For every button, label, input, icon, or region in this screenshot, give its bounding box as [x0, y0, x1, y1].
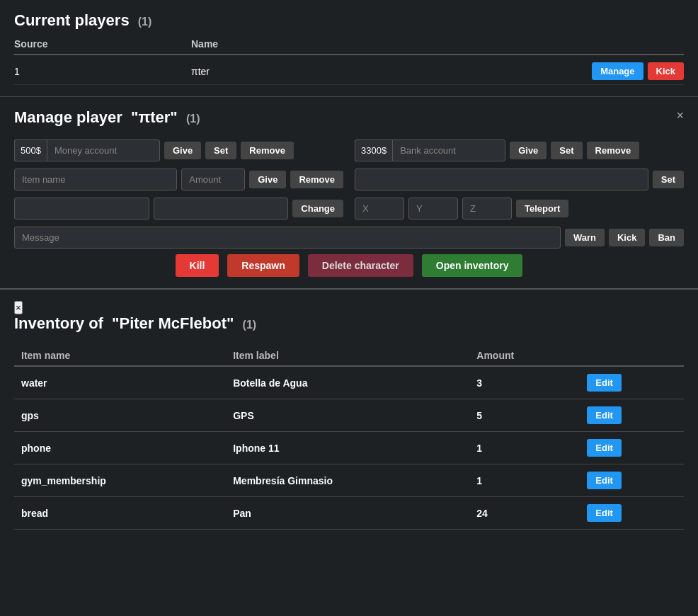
respawn-button[interactable]: Respawn	[227, 254, 299, 277]
header-amount: Amount	[469, 346, 580, 366]
warn-button[interactable]: Warn	[565, 229, 605, 246]
inventory-item-actions-0: Edit	[580, 366, 684, 399]
teleport-z-input[interactable]	[462, 198, 512, 219]
manage-player-section: × Manage player "πter" (1) 500$ Give Set…	[0, 97, 698, 290]
inventory-row: bread Pan 24 Edit	[14, 497, 684, 530]
bank-account-input[interactable]	[392, 139, 505, 161]
table-row: 1 πter Manage Kick	[14, 58, 684, 85]
inventory-row: gym_membership Membresía Gimnasio 1 Edit	[14, 464, 684, 497]
inventory-edit-button-1[interactable]: Edit	[587, 406, 622, 424]
inventory-header-row: Item name Item label Amount	[14, 346, 684, 366]
kick-button-manage[interactable]: Kick	[609, 229, 645, 246]
inventory-item-amount-4: 24	[469, 497, 580, 530]
inventory-table: Item name Item label Amount water Botell…	[14, 346, 684, 530]
header-item-name: Item name	[14, 346, 226, 366]
inventory-item-label-4: Pan	[226, 497, 469, 530]
inventory-item-actions-2: Edit	[580, 432, 684, 464]
current-players-count: (1)	[138, 16, 152, 28]
inventory-item-name-2: phone	[14, 432, 226, 464]
action-buttons-row: Kill Respawn Delete character Open inven…	[14, 254, 684, 277]
bank-set-button[interactable]: Set	[551, 142, 582, 159]
inventory-item-name-0: water	[14, 366, 226, 399]
ban-button[interactable]: Ban	[649, 229, 684, 246]
bank-input-group: 3300$	[355, 139, 505, 161]
teleport-y-input[interactable]	[408, 198, 458, 219]
inventory-item-label-0: Botella de Agua	[226, 366, 469, 399]
players-table: Source Name 1 πter Manage Kick	[14, 38, 684, 85]
inventory-row: phone Iphone 11 1 Edit	[14, 432, 684, 464]
inventory-row: water Botella de Agua 3 Edit	[14, 366, 684, 399]
item-row: Give Remove	[14, 169, 343, 190]
inventory-item-name-3: gym_membership	[14, 464, 226, 497]
current-players-title-text: Current players	[14, 11, 130, 29]
inventory-item-amount-0: 3	[469, 366, 580, 399]
bank-account-row: 3300$ Give Set Remove	[355, 139, 684, 161]
inventory-edit-button-3[interactable]: Edit	[587, 472, 622, 489]
inventory-item-actions-1: Edit	[580, 399, 684, 432]
inventory-edit-button-4[interactable]: Edit	[587, 504, 622, 522]
manage-player-title: Manage player "πter" (1)	[14, 108, 684, 127]
inventory-section: × Inventory of "Piter McFlebot" (1) Item…	[0, 290, 698, 541]
table-header: Source Name	[14, 38, 684, 55]
inventory-close-button[interactable]: ×	[14, 301, 23, 314]
kill-button[interactable]: Kill	[176, 254, 219, 277]
inventory-edit-button-2[interactable]: Edit	[587, 439, 622, 457]
money-account-input[interactable]	[47, 139, 160, 161]
open-inventory-button[interactable]: Open inventory	[422, 254, 523, 277]
item-admin-row: Give Remove superadmin Set	[14, 169, 684, 190]
manage-button[interactable]: Manage	[592, 62, 643, 80]
bank-amount: 3300$	[355, 139, 392, 161]
header-name: Name	[191, 38, 684, 50]
inventory-item-amount-3: 1	[469, 464, 580, 497]
item-give-button[interactable]: Give	[249, 171, 286, 188]
inventory-title: Inventory of "Piter McFlebot" (1)	[14, 314, 684, 333]
inventory-item-label-1: GPS	[226, 399, 469, 432]
last-name-input[interactable]: McFlebot	[154, 198, 289, 219]
delete-char-button[interactable]: Delete character	[308, 254, 413, 277]
current-players-section: Current players (1) Source Name 1 πter M…	[0, 0, 698, 97]
bank-remove-button[interactable]: Remove	[587, 142, 640, 159]
inventory-item-actions-3: Edit	[580, 464, 684, 497]
player-name: πter	[191, 66, 592, 77]
header-item-label: Item label	[226, 346, 469, 366]
name-change-button[interactable]: Change	[292, 200, 343, 217]
current-players-title: Current players (1)	[14, 11, 684, 30]
money-remove-button[interactable]: Remove	[241, 142, 294, 159]
admin-role-input[interactable]: superadmin	[355, 169, 648, 190]
inventory-item-amount-2: 1	[469, 432, 580, 464]
finance-row: 500$ Give Set Remove 3300$ Give Set Remo…	[14, 139, 684, 161]
inventory-item-name-1: gps	[14, 399, 226, 432]
inventory-item-actions-4: Edit	[580, 497, 684, 530]
header-actions	[580, 346, 684, 366]
inventory-edit-button-0[interactable]: Edit	[587, 374, 622, 392]
name-teleport-row: Piter McFlebot Change Teleport	[14, 198, 684, 219]
bank-give-button[interactable]: Give	[510, 142, 547, 159]
player-source: 1	[14, 66, 191, 77]
manage-close-button[interactable]: ×	[676, 108, 684, 123]
name-row: Piter McFlebot Change	[14, 198, 343, 219]
money-amount: 500$	[14, 139, 47, 161]
admin-role-set-button[interactable]: Set	[653, 171, 684, 188]
inventory-item-label-3: Membresía Gimnasio	[226, 464, 469, 497]
teleport-x-input[interactable]	[355, 198, 404, 219]
message-input[interactable]	[14, 227, 561, 249]
inventory-item-label-2: Iphone 11	[226, 432, 469, 464]
item-remove-button[interactable]: Remove	[290, 171, 343, 188]
first-name-input[interactable]: Piter	[14, 198, 149, 219]
teleport-button[interactable]: Teleport	[516, 200, 568, 217]
item-name-input[interactable]	[14, 169, 177, 190]
kick-button[interactable]: Kick	[648, 62, 684, 80]
admin-role-row: superadmin Set	[355, 169, 684, 190]
money-account-row: 500$ Give Set Remove	[14, 139, 343, 161]
inventory-item-amount-1: 5	[469, 399, 580, 432]
header-source: Source	[14, 38, 191, 50]
money-set-button[interactable]: Set	[205, 142, 236, 159]
inventory-item-name-4: bread	[14, 497, 226, 530]
money-input-group: 500$	[14, 139, 160, 161]
inventory-row: gps GPS 5 Edit	[14, 399, 684, 432]
money-give-button[interactable]: Give	[164, 142, 201, 159]
message-row: Warn Kick Ban	[14, 227, 684, 249]
item-amount-input[interactable]	[181, 169, 245, 190]
player-actions: Manage Kick	[592, 62, 684, 80]
teleport-row: Teleport	[355, 198, 684, 219]
